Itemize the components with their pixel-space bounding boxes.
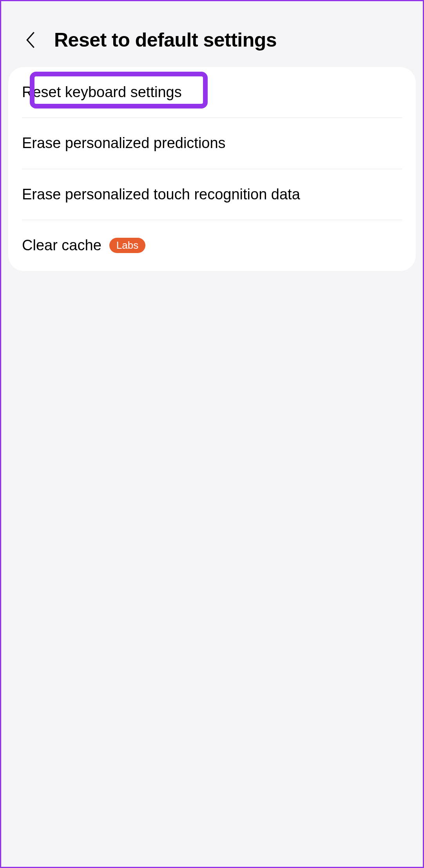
- back-icon[interactable]: [23, 30, 38, 50]
- list-item-erase-touch[interactable]: Erase personalized touch recognition dat…: [22, 169, 402, 220]
- list-item-label: Erase personalized predictions: [22, 134, 226, 153]
- settings-card: Reset keyboard settings Erase personaliz…: [8, 67, 416, 271]
- list-item-label: Reset keyboard settings: [22, 83, 182, 102]
- list-item-label: Clear cache: [22, 236, 101, 255]
- list-item-reset-keyboard[interactable]: Reset keyboard settings: [22, 67, 402, 118]
- list-item-label: Erase personalized touch recognition dat…: [22, 185, 300, 204]
- labs-badge: Labs: [109, 238, 145, 253]
- list-item-clear-cache[interactable]: Clear cache Labs: [22, 220, 402, 271]
- header: Reset to default settings: [1, 1, 423, 67]
- page-title: Reset to default settings: [54, 29, 277, 51]
- list-item-erase-predictions[interactable]: Erase personalized predictions: [22, 118, 402, 169]
